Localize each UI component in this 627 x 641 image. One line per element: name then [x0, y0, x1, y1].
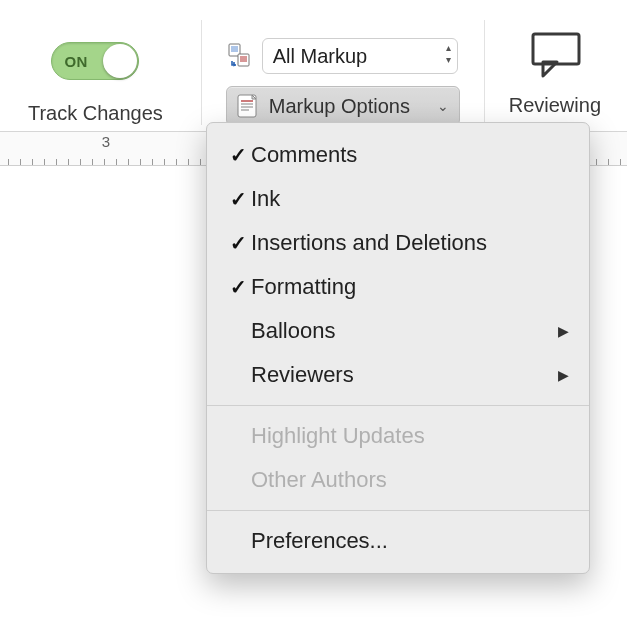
- display-for-review-value: All Markup: [273, 45, 444, 68]
- track-changes-caption: Track Changes: [28, 102, 163, 125]
- svg-rect-15: [533, 34, 579, 64]
- toggle-knob: [103, 44, 137, 78]
- check-icon: ✓: [225, 275, 251, 299]
- menu-item-balloons[interactable]: Balloons▶: [207, 309, 589, 353]
- markup-options-menu: ✓Comments✓Ink✓Insertions and Deletions✓F…: [206, 122, 590, 574]
- markup-options-icon: [233, 92, 261, 120]
- menu-item-preferences[interactable]: Preferences...: [207, 519, 589, 563]
- menu-separator: [207, 510, 589, 511]
- menu-item-comments[interactable]: ✓Comments: [207, 133, 589, 177]
- menu-separator: [207, 405, 589, 406]
- toggle-on-label: ON: [64, 53, 88, 70]
- menu-item-label: Reviewers: [251, 362, 558, 388]
- display-for-review-icon: [226, 42, 254, 70]
- group-markup: All Markup ▴▾ Markup Options ⌄: [226, 14, 460, 126]
- ribbon: ON Track Changes: [0, 0, 627, 132]
- submenu-arrow-icon: ▶: [558, 323, 569, 339]
- menu-item-label: Highlight Updates: [251, 423, 569, 449]
- group-divider: [201, 20, 202, 125]
- menu-item-label: Balloons: [251, 318, 558, 344]
- menu-item-formatting[interactable]: ✓Formatting: [207, 265, 589, 309]
- reviewing-pane-icon: [519, 26, 591, 86]
- group-reviewing[interactable]: Reviewing: [509, 14, 613, 117]
- menu-item-reviewers[interactable]: Reviewers▶: [207, 353, 589, 397]
- menu-item-label: Ink: [251, 186, 569, 212]
- menu-item-insertions-and-deletions[interactable]: ✓Insertions and Deletions: [207, 221, 589, 265]
- reviewing-caption: Reviewing: [509, 94, 601, 117]
- check-icon: ✓: [225, 187, 251, 211]
- group-track-changes: ON Track Changes: [14, 14, 177, 125]
- markup-options-button[interactable]: Markup Options ⌄: [226, 86, 460, 126]
- menu-item-label: Insertions and Deletions: [251, 230, 569, 256]
- svg-rect-4: [238, 54, 249, 66]
- track-changes-toggle[interactable]: ON: [51, 42, 139, 80]
- markup-options-label: Markup Options: [269, 95, 410, 118]
- display-for-review-combo[interactable]: All Markup ▴▾: [262, 38, 458, 74]
- check-icon: ✓: [225, 143, 251, 167]
- chevron-down-icon: ⌄: [437, 98, 449, 114]
- submenu-arrow-icon: ▶: [558, 367, 569, 383]
- display-for-review-row: All Markup ▴▾: [226, 36, 460, 76]
- menu-item-label: Other Authors: [251, 467, 569, 493]
- menu-item-ink[interactable]: ✓Ink: [207, 177, 589, 221]
- menu-item-label: Preferences...: [251, 528, 569, 554]
- check-icon: ✓: [225, 231, 251, 255]
- menu-item-highlight-updates: Highlight Updates: [207, 414, 589, 458]
- menu-item-label: Formatting: [251, 274, 569, 300]
- ruler-number: 3: [102, 133, 110, 150]
- menu-item-other-authors: Other Authors: [207, 458, 589, 502]
- menu-item-label: Comments: [251, 142, 569, 168]
- group-divider: [484, 20, 485, 125]
- stepper-icon[interactable]: ▴▾: [444, 44, 453, 68]
